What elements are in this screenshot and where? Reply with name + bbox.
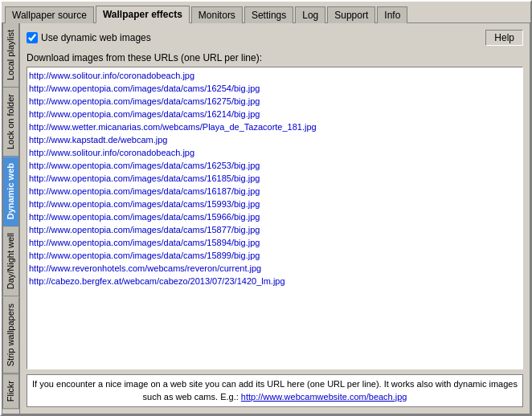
url-item[interactable]: http://www.wetter.micanarias.com/webcams… <box>29 120 521 133</box>
use-dynamic-images-label: Use dynamic web images <box>41 32 151 43</box>
sidebar-tab-day-night-well[interactable]: Day/Night well <box>2 226 19 296</box>
content-panel: Use dynamic web images Help Download ima… <box>20 23 530 414</box>
dynamic-images-checkbox-row: Use dynamic web images <box>27 32 151 43</box>
url-item[interactable]: http://www.opentopia.com/images/data/cam… <box>29 159 521 172</box>
tab-wallpaper-source[interactable]: Wallpaper source <box>5 6 94 23</box>
url-item[interactable]: http://www.opentopia.com/images/data/cam… <box>29 249 521 262</box>
sidebar: Local playlist Lock on folder Dynamic we… <box>2 23 20 414</box>
main-content-area: Local playlist Lock on folder Dynamic we… <box>2 22 530 414</box>
tab-settings[interactable]: Settings <box>244 6 293 23</box>
tab-wallpaper-effects[interactable]: Wallpaper effects <box>96 6 190 23</box>
url-item[interactable]: http://www.reveronhotels.com/webcams/rev… <box>29 262 521 275</box>
sidebar-tab-lock-on-folder[interactable]: Lock on folder <box>2 88 19 157</box>
tab-log[interactable]: Log <box>295 6 325 23</box>
sidebar-tab-strip-wallpapers[interactable]: Strip wallpapers <box>2 297 19 373</box>
sidebar-tab-local-playlist[interactable]: Local playlist <box>2 23 19 88</box>
main-window: Wallpaper source Wallpaper effects Monit… <box>0 0 532 416</box>
urls-label: Download images from these URLs (one URL… <box>27 52 523 63</box>
url-item[interactable]: http://www.kapstadt.de/webcam.jpg <box>29 133 521 146</box>
url-item[interactable]: http://www.opentopia.com/images/data/cam… <box>29 210 521 223</box>
info-bar: If you encounter a nice image on a web s… <box>27 374 523 407</box>
url-item[interactable]: http://www.opentopia.com/images/data/cam… <box>29 236 521 249</box>
tab-bar: Wallpaper source Wallpaper effects Monit… <box>2 2 530 22</box>
url-item[interactable]: http://www.opentopia.com/images/data/cam… <box>29 95 521 108</box>
url-item[interactable]: http://www.solitour.info/coronadobeach.j… <box>29 69 521 82</box>
tab-info[interactable]: Info <box>377 6 407 23</box>
top-row: Use dynamic web images Help <box>27 30 523 46</box>
url-item[interactable]: http://www.opentopia.com/images/data/cam… <box>29 82 521 95</box>
tab-monitors[interactable]: Monitors <box>191 6 243 23</box>
url-item[interactable]: http://cabezo.bergfex.at/webcam/cabezo/2… <box>29 275 521 288</box>
use-dynamic-images-checkbox[interactable] <box>27 32 38 43</box>
url-item[interactable]: http://www.solitour.info/coronadobeach.j… <box>29 146 521 159</box>
url-item[interactable]: http://www.opentopia.com/images/data/cam… <box>29 108 521 120</box>
url-item[interactable]: http://www.opentopia.com/images/data/cam… <box>29 172 521 185</box>
urls-list-container[interactable]: http://www.solitour.info/coronadobeach.j… <box>27 67 523 369</box>
sidebar-tab-flickr[interactable]: Flickr <box>2 373 19 409</box>
url-item[interactable]: http://www.opentopia.com/images/data/cam… <box>29 223 521 236</box>
url-item[interactable]: http://www.opentopia.com/images/data/cam… <box>29 198 521 210</box>
help-button[interactable]: Help <box>485 30 523 46</box>
info-link[interactable]: http://www.webcamwebsite.com/beach.jpg <box>241 392 407 402</box>
url-item[interactable]: http://www.opentopia.com/images/data/cam… <box>29 185 521 198</box>
tab-support[interactable]: Support <box>327 6 375 23</box>
sidebar-tab-dynamic-web[interactable]: Dynamic web <box>2 157 19 226</box>
